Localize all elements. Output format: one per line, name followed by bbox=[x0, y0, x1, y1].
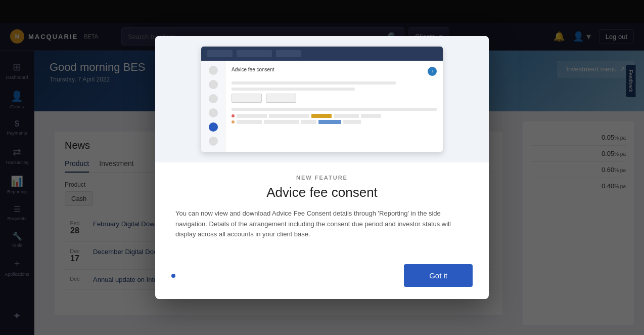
mock-sidebar-item bbox=[209, 66, 218, 75]
mock-line bbox=[232, 81, 396, 85]
modal-dialog: Advice fee consent bbox=[155, 36, 489, 299]
mock-table-row bbox=[232, 114, 437, 118]
mock-body: Advice fee consent bbox=[201, 61, 443, 152]
mock-cell bbox=[237, 120, 262, 124]
modal-content: NEW FEATURE Advice fee consent You can n… bbox=[155, 162, 489, 264]
mock-cell bbox=[334, 114, 359, 118]
mock-select bbox=[232, 94, 262, 103]
mock-sidebar bbox=[201, 61, 225, 152]
mock-tab bbox=[237, 50, 272, 57]
mock-cell bbox=[361, 114, 381, 118]
mock-cell bbox=[264, 120, 299, 124]
mock-cell bbox=[343, 120, 361, 124]
modal-tag: NEW FEATURE bbox=[171, 175, 473, 181]
mock-download-btn bbox=[428, 67, 437, 76]
got-it-button[interactable]: Got it bbox=[404, 264, 473, 287]
mock-line bbox=[232, 108, 437, 111]
modal-title: Advice fee consent bbox=[171, 185, 473, 200]
mock-sidebar-item bbox=[209, 108, 218, 117]
mock-topbar bbox=[201, 47, 443, 61]
mock-tab bbox=[276, 50, 301, 57]
mock-cell bbox=[237, 114, 267, 118]
modal-image: Advice fee consent bbox=[155, 36, 489, 162]
mock-cell bbox=[301, 120, 316, 124]
mock-table-row bbox=[232, 120, 437, 124]
modal-description: You can now view and download Advice Fee… bbox=[175, 208, 469, 240]
mock-main-area: Advice fee consent bbox=[225, 61, 443, 152]
mock-tab bbox=[207, 50, 233, 57]
mock-sidebar-item-active bbox=[209, 122, 218, 132]
mock-status-dot bbox=[232, 114, 235, 117]
mock-sidebar-item bbox=[209, 80, 218, 89]
mock-sidebar-item bbox=[209, 137, 218, 146]
mock-cell bbox=[269, 114, 309, 118]
mock-cell bbox=[318, 120, 341, 124]
mock-cell bbox=[311, 114, 332, 118]
mock-status-dot bbox=[232, 120, 235, 123]
mock-sidebar-item bbox=[209, 94, 218, 103]
mock-select bbox=[266, 94, 296, 103]
mock-selects bbox=[232, 94, 437, 103]
mock-line bbox=[232, 88, 355, 91]
mock-screen: Advice fee consent bbox=[201, 46, 443, 152]
mock-screen-title: Advice fee consent bbox=[232, 67, 274, 72]
modal-overlay: Advice fee consent bbox=[0, 0, 644, 335]
modal-footer: Got it bbox=[155, 264, 489, 299]
modal-dot-active bbox=[171, 274, 175, 278]
modal-pagination-dots bbox=[171, 274, 175, 278]
